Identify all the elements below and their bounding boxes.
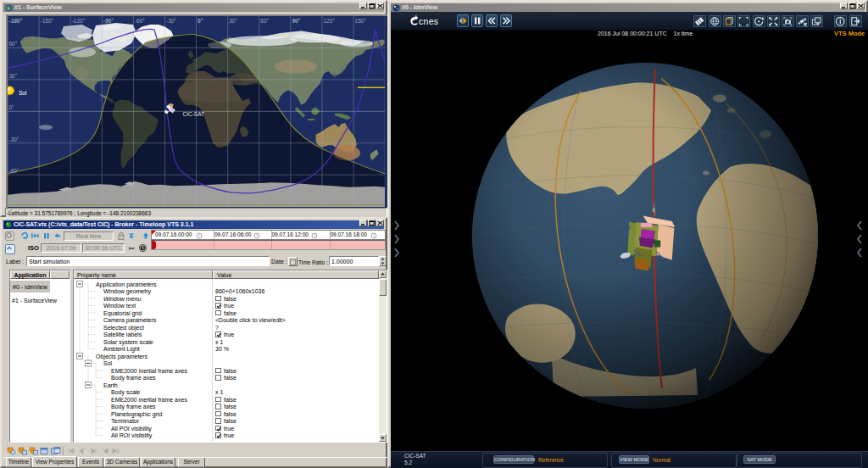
svg-text:-120°: -120° bbox=[72, 18, 86, 24]
svg-text:-60°: -60° bbox=[135, 18, 145, 24]
svg-text:0°: 0° bbox=[198, 18, 203, 24]
svg-text:90°: 90° bbox=[292, 18, 300, 24]
svg-text:-180°: -180° bbox=[9, 18, 23, 24]
svg-text:-150°: -150° bbox=[41, 18, 54, 24]
svg-text:-90°: -90° bbox=[103, 18, 114, 24]
svg-text:60°: 60° bbox=[9, 41, 18, 47]
svg-text:-60°: -60° bbox=[9, 168, 19, 174]
svg-text:60°: 60° bbox=[260, 18, 269, 24]
svg-text:CIC-SAT: CIC-SAT bbox=[182, 111, 203, 117]
svg-text:30°: 30° bbox=[9, 73, 18, 79]
svg-text:Sol: Sol bbox=[19, 90, 27, 96]
svg-text:120°: 120° bbox=[324, 18, 336, 24]
svg-text:30°: 30° bbox=[229, 18, 237, 24]
svg-text:-30°: -30° bbox=[166, 18, 176, 24]
svg-text:-30°: -30° bbox=[9, 136, 19, 142]
svg-text:0°: 0° bbox=[9, 104, 15, 110]
svg-text:150°: 150° bbox=[355, 18, 367, 24]
